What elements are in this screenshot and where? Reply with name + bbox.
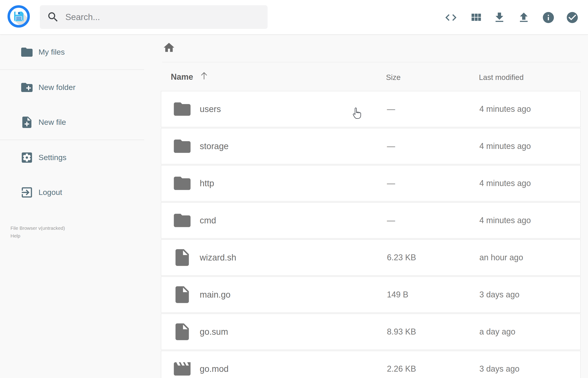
file-size: — (387, 141, 395, 151)
sort-ascending-icon[interactable] (199, 71, 209, 81)
folder-icon (172, 136, 192, 156)
file-row[interactable]: main.go149 B3 days ago (161, 276, 581, 313)
file-row[interactable]: cmd—4 minutes ago (161, 202, 581, 239)
folder-icon (172, 210, 192, 230)
file-size: 8.93 KB (387, 327, 416, 337)
sidebar-footer: File Browser v(untracked) Help (11, 224, 65, 240)
file-name: wizard.sh (200, 253, 236, 263)
file-row[interactable]: wizard.sh6.23 KBan hour ago (161, 239, 581, 276)
file-size: 6.23 KB (387, 253, 416, 262)
file-modified: 4 minutes ago (479, 216, 531, 225)
file-modified: a day ago (479, 327, 515, 337)
file-modified: 3 days ago (479, 290, 520, 299)
file-row[interactable]: http—4 minutes ago (161, 165, 581, 202)
info-button[interactable] (542, 11, 555, 24)
file-name: storage (200, 141, 229, 151)
file-size: 2.26 KB (387, 364, 416, 374)
file-name: go.mod (200, 364, 229, 374)
folder-icon (172, 173, 192, 193)
new-folder-icon (10, 81, 34, 94)
file-row[interactable]: go.sum8.93 KBa day ago (161, 313, 581, 350)
file-icon (172, 322, 192, 342)
sidebar-item-my-files[interactable]: My files (0, 35, 144, 69)
file-row[interactable]: go.mod2.26 KB3 days ago (161, 351, 581, 378)
file-row[interactable]: users—4 minutes ago (161, 91, 581, 127)
new-file-icon (10, 115, 34, 129)
file-name: go.sum (200, 327, 228, 337)
switch-view-button[interactable] (469, 11, 482, 24)
file-row[interactable]: storage—4 minutes ago (161, 128, 581, 164)
breadcrumb-divider (162, 62, 581, 62)
shell-button[interactable] (444, 11, 457, 24)
sidebar: My filesNew folderNew fileSettingsLogout… (0, 35, 144, 210)
upload-icon (517, 11, 530, 24)
home-icon (163, 41, 175, 54)
column-header-size[interactable]: Size (386, 73, 401, 82)
file-modified: 4 minutes ago (479, 178, 531, 188)
switch-view-icon (469, 11, 482, 24)
file-size: — (387, 178, 395, 188)
select-multiple-button[interactable] (566, 11, 579, 24)
file-modified: 3 days ago (479, 364, 520, 374)
help-link[interactable]: Help (11, 232, 20, 240)
upload-button[interactable] (517, 11, 530, 24)
file-size: 149 B (387, 290, 408, 299)
file-name: users (200, 104, 221, 114)
sidebar-item-logout[interactable]: Logout (0, 175, 144, 210)
search-input[interactable] (65, 12, 261, 22)
file-listing: users—4 minutes agostorage—4 minutes ago… (161, 91, 581, 378)
select-multiple-icon (566, 11, 579, 24)
column-header-modified[interactable]: Last modified (479, 73, 523, 82)
file-size: — (387, 216, 395, 225)
sidebar-item-label: My files (39, 48, 65, 56)
top-bar (0, 0, 588, 35)
file-size: — (387, 104, 395, 114)
file-name: cmd (200, 216, 216, 225)
file-modified: 4 minutes ago (479, 141, 531, 151)
filebrowser-logo[interactable] (8, 5, 30, 27)
folder-icon (10, 45, 34, 59)
folder-icon (172, 99, 192, 119)
breadcrumb-home-button[interactable] (163, 41, 175, 54)
shell-icon (444, 11, 457, 24)
file-modified: 4 minutes ago (479, 104, 531, 114)
sidebar-item-label: New file (39, 118, 66, 127)
download-icon (493, 11, 506, 24)
file-icon (172, 247, 192, 268)
file-icon (172, 285, 192, 305)
settings-icon (10, 151, 34, 164)
file-modified: an hour ago (479, 253, 523, 262)
sidebar-item-new-file[interactable]: New file (0, 105, 144, 140)
search-icon (47, 11, 59, 24)
sidebar-item-settings[interactable]: Settings (0, 140, 144, 175)
download-button[interactable] (493, 11, 506, 24)
file-name: main.go (200, 290, 230, 300)
sidebar-item-label: Settings (39, 153, 67, 162)
movie-icon (172, 359, 192, 378)
sidebar-item-label: New folder (39, 83, 76, 92)
filebrowser-floppy-logo-icon (10, 8, 27, 25)
logout-icon (10, 186, 34, 199)
column-header-name[interactable]: Name (171, 72, 193, 82)
sidebar-item-label: Logout (39, 188, 62, 197)
info-icon (542, 11, 555, 24)
sidebar-item-new-folder[interactable]: New folder (0, 70, 144, 105)
search-bar (40, 5, 267, 29)
app-version: File Browser v(untracked) (11, 224, 65, 232)
file-name: http (200, 178, 214, 188)
